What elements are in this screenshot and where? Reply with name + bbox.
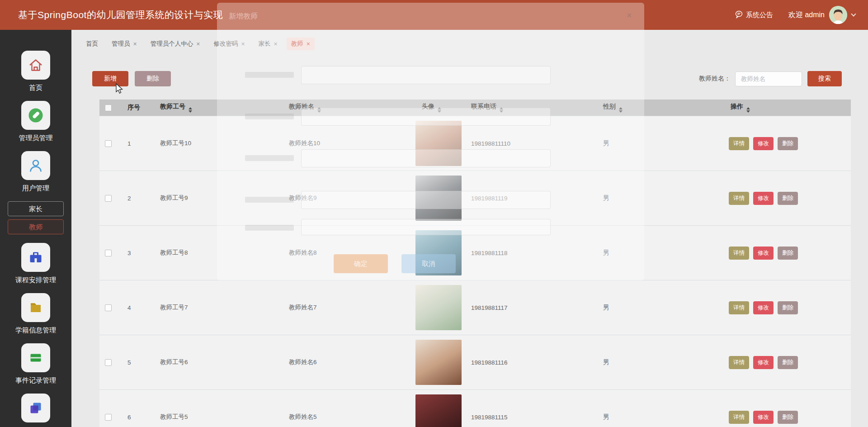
header-cell: 序号 (120, 104, 147, 112)
teacher-photo (415, 121, 462, 166)
delete-row-button[interactable]: 删除 (778, 411, 798, 424)
row-checkbox[interactable] (105, 414, 112, 421)
tab-close-icon[interactable]: × (241, 41, 245, 47)
tab-4[interactable]: 家长 × (254, 38, 282, 50)
header-cell[interactable]: 性别 (597, 103, 723, 113)
table-body: 1 教师工号10 教师姓名10 198198811110 男 详情 修改 删除 … (99, 116, 851, 427)
tab-1[interactable]: 管理员 × (107, 38, 142, 50)
delete-row-button[interactable]: 删除 (778, 356, 798, 369)
sidebar-tile (21, 51, 50, 80)
delete-button[interactable]: 删除 (135, 71, 171, 86)
table-row: 3 教师工号8 教师姓名8 19819881118 男 详情 修改 删除 (99, 225, 851, 280)
sidebar-item-7[interactable]: 事件记录管理 (0, 343, 71, 384)
pencil-circle-icon (28, 107, 44, 123)
detail-button[interactable]: 详情 (729, 301, 749, 314)
sidebar-tile (21, 343, 50, 372)
teacher-table: 序号 教师工号 教师姓名 头像 联系电话 性别 操作 1 教师工号10 教师姓名… (99, 100, 851, 427)
cell-phone: 198198811110 (466, 140, 597, 147)
edit-button[interactable]: 修改 (753, 301, 774, 314)
edit-button[interactable]: 修改 (753, 137, 774, 150)
cell-teacher-name: 教师姓名9 (278, 194, 411, 202)
cell-actions: 详情 修改 删除 (723, 301, 851, 314)
delete-row-button[interactable]: 删除 (778, 247, 798, 260)
edit-button[interactable]: 修改 (753, 356, 774, 369)
cell-teacher-id: 教师工号10 (147, 139, 278, 147)
tab-close-icon[interactable]: × (307, 41, 310, 47)
cell-gender: 男 (597, 304, 723, 312)
sidebar-item-3[interactable]: 家长 (8, 201, 64, 216)
table-row: 1 教师工号10 教师姓名10 198198811110 男 详情 修改 删除 (99, 116, 851, 171)
teacher-photo (415, 394, 462, 427)
select-all-checkbox[interactable] (105, 104, 112, 111)
edit-button[interactable]: 修改 (753, 411, 774, 424)
edit-button[interactable]: 修改 (753, 192, 774, 205)
tab-close-icon[interactable]: × (274, 41, 278, 47)
header-cell[interactable]: 头像 (411, 103, 466, 113)
speech-bubble-icon (735, 10, 743, 20)
tab-5[interactable]: 教师 × (287, 38, 315, 50)
sidebar-item-8[interactable]: 健康档案管理 (0, 394, 71, 427)
sidebar-item-4[interactable]: 教师 (8, 219, 64, 234)
header-cell[interactable]: 教师姓名 (278, 103, 411, 113)
teacher-photo (415, 176, 462, 221)
teacher-photo (415, 230, 462, 275)
sidebar-list: 首页 管理员管理 用户管理 家长 教师 课程安排管理 学籍信息管理 事件记录管理… (0, 51, 71, 427)
sidebar-item-label: 课程安排管理 (0, 275, 71, 284)
delete-row-button[interactable]: 删除 (778, 301, 798, 314)
card-icon (28, 350, 44, 366)
header-cell[interactable]: 教师工号 (147, 103, 278, 113)
header-cell[interactable]: 联系电话 (466, 103, 597, 113)
cell-teacher-name: 教师姓名8 (278, 249, 411, 257)
sidebar-item-6[interactable]: 学籍信息管理 (0, 293, 71, 334)
detail-button[interactable]: 详情 (729, 137, 749, 150)
cell-teacher-name: 教师姓名7 (278, 304, 411, 312)
sidebar-item-1[interactable]: 管理员管理 (0, 101, 71, 142)
search-input[interactable] (735, 71, 802, 86)
cell-gender: 男 (597, 139, 723, 147)
tab-label: 管理员个人中心 (151, 40, 193, 48)
tab-3[interactable]: 修改密码 × (209, 38, 249, 50)
cell-gender: 男 (597, 413, 723, 421)
cell-phone: 19819881117 (466, 304, 597, 311)
chevron-down-icon (851, 11, 856, 16)
sort-icon (500, 107, 503, 113)
delete-row-button[interactable]: 删除 (778, 192, 798, 205)
search-button[interactable]: 搜索 (807, 71, 842, 86)
row-checkbox[interactable] (105, 195, 112, 202)
sidebar-tile (21, 394, 50, 422)
tab-close-icon[interactable]: × (196, 41, 200, 47)
row-checkbox[interactable] (105, 250, 112, 256)
table-row: 6 教师工号5 教师姓名5 19819881115 男 详情 修改 删除 (99, 389, 851, 427)
add-button[interactable]: 新增 (92, 71, 128, 86)
tab-2[interactable]: 管理员个人中心 × (146, 38, 205, 50)
tab-close-icon[interactable]: × (133, 41, 137, 47)
edit-button[interactable]: 修改 (753, 247, 774, 260)
home-icon (28, 57, 44, 73)
tab-label: 修改密码 (213, 40, 238, 48)
cell-actions: 详情 修改 删除 (723, 247, 851, 260)
tab-0[interactable]: 首页 (81, 38, 103, 50)
cell-teacher-id: 教师工号7 (147, 304, 278, 312)
detail-button[interactable]: 详情 (729, 192, 749, 205)
detail-button[interactable]: 详情 (729, 356, 749, 369)
user-menu[interactable]: 欢迎 admin (788, 6, 855, 24)
detail-button[interactable]: 详情 (729, 411, 749, 424)
system-announcement-button[interactable]: 系统公告 (735, 10, 773, 20)
table-header-row: 序号 教师工号 教师姓名 头像 联系电话 性别 操作 (99, 100, 851, 116)
delete-row-button[interactable]: 删除 (778, 137, 798, 150)
sidebar-item-0[interactable]: 首页 (0, 51, 71, 92)
tab-label: 教师 (291, 40, 303, 48)
teacher-photo (415, 285, 462, 330)
detail-button[interactable]: 详情 (729, 247, 749, 260)
row-checkbox[interactable] (105, 304, 112, 311)
tab-label: 家长 (259, 40, 271, 48)
sidebar-item-2[interactable]: 用户管理 (0, 151, 71, 192)
row-checkbox[interactable] (105, 140, 112, 147)
sort-icon (438, 107, 441, 113)
cell-actions: 详情 修改 删除 (723, 411, 851, 424)
header-cell[interactable]: 操作 (723, 103, 851, 113)
row-checkbox[interactable] (105, 359, 112, 366)
sidebar-item-5[interactable]: 课程安排管理 (0, 243, 71, 284)
table-row: 5 教师工号6 教师姓名6 19819881116 男 详情 修改 删除 (99, 335, 851, 389)
toolbox-icon (28, 249, 44, 266)
